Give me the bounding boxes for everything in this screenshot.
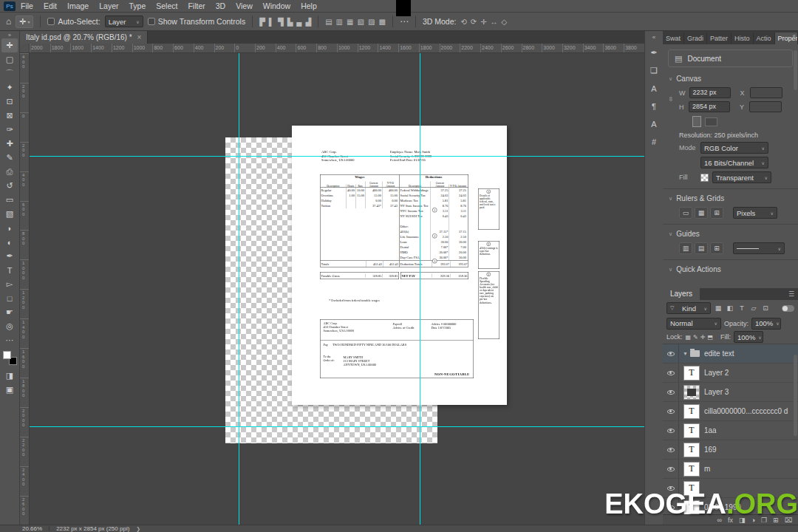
menu-layer[interactable]: Layer: [94, 0, 123, 12]
horizontal-guide-1[interactable]: [30, 156, 644, 157]
portrait-orientation-button[interactable]: [692, 116, 701, 127]
bit-depth-dropdown[interactable]: 16 Bits/Channel∨: [700, 157, 768, 168]
visibility-toggle[interactable]: [663, 344, 679, 363]
edit-toolbar-icon[interactable]: ⋯: [1, 333, 18, 347]
layer-thumbnail[interactable]: T: [683, 462, 700, 477]
move-tool-preset[interactable]: ✛ ▾: [16, 16, 33, 28]
layer-row[interactable]: Layer 3: [663, 383, 798, 402]
visibility-toggle[interactable]: [663, 402, 679, 420]
history-brush-tool[interactable]: ↺: [1, 179, 18, 193]
tab-actio[interactable]: Actio: [754, 33, 775, 44]
eyedropper-tool[interactable]: ✑: [1, 123, 18, 137]
panel-menu-icon[interactable]: ☰: [788, 290, 798, 298]
menu-filter[interactable]: Filter: [183, 0, 210, 12]
layer-thumbnail[interactable]: T: [683, 404, 700, 419]
auto-select-checkbox[interactable]: Auto-Select:: [47, 17, 100, 26]
color-swatches[interactable]: [3, 351, 17, 365]
3d-slide-icon[interactable]: ↔: [491, 18, 498, 26]
shape-tool[interactable]: □: [1, 291, 18, 305]
fill-dropdown[interactable]: Transparent∨: [712, 171, 771, 183]
document-tab[interactable]: Italy id.psd @ 20.7% (RGB/16) * ×: [20, 31, 148, 44]
foreground-color-swatch[interactable]: [3, 351, 11, 359]
vertical-guide-1[interactable]: [239, 53, 239, 525]
align-bottom-icon[interactable]: ▟: [305, 18, 311, 26]
layer-row[interactable]: TLayer 2: [663, 364, 798, 383]
3d-scale-icon[interactable]: ◇: [502, 18, 508, 26]
zoom-level[interactable]: 20.66%: [22, 525, 42, 532]
dodge-tool[interactable]: ◐: [1, 235, 18, 249]
blur-tool[interactable]: ◗: [1, 221, 18, 235]
show-transform-checkbox[interactable]: Show Transform Controls: [148, 17, 245, 26]
tab-patter[interactable]: Patter: [707, 33, 732, 44]
grid-settings-icon[interactable]: ⊞: [710, 207, 723, 219]
toolbar-collapse-icon[interactable]: »: [8, 33, 11, 38]
align-middle-icon[interactable]: ▄: [296, 18, 301, 26]
clear-guides-icon[interactable]: ⊞: [710, 242, 723, 254]
distribute-vertical-icon[interactable]: ▤: [325, 18, 332, 26]
menu-file[interactable]: File: [16, 0, 38, 12]
marquee-tool[interactable]: ▢: [1, 52, 18, 66]
vertical-guide-2[interactable]: [420, 53, 420, 525]
distribute-right-icon[interactable]: ▩: [378, 18, 385, 26]
lock-position-icon[interactable]: ✛: [700, 334, 706, 341]
guide-layout-icon[interactable]: ▤: [695, 242, 708, 254]
grid-toggle-icon[interactable]: ▦: [695, 207, 708, 219]
layer-thumbnail[interactable]: T: [683, 443, 700, 457]
distribute-left-icon[interactable]: ▧: [358, 18, 364, 26]
menu-window[interactable]: Window: [258, 0, 296, 12]
3d-roll-icon[interactable]: ⟳: [471, 18, 477, 26]
color-mode-dropdown[interactable]: RGB Color∨: [700, 142, 768, 154]
align-center-horizontal-icon[interactable]: ▌: [269, 18, 274, 26]
visibility-toggle[interactable]: [663, 364, 679, 382]
layer-row[interactable]: ▼edite text: [663, 344, 798, 364]
align-right-icon[interactable]: ▜: [278, 18, 284, 26]
path-selection-tool[interactable]: ▻: [1, 277, 18, 291]
status-chevron-icon[interactable]: ❯: [136, 526, 140, 532]
photoshop-app-icon[interactable]: Ps: [4, 1, 16, 11]
section-guides[interactable]: ∨ Guides: [663, 225, 798, 241]
lock-all-icon[interactable]: ⬒: [707, 334, 713, 341]
filter-adjustment-layers-icon[interactable]: ◧: [725, 304, 735, 312]
tab-gradi[interactable]: Gradi: [684, 33, 707, 44]
width-field[interactable]: 2232 px: [689, 87, 731, 98]
quick-selection-tool[interactable]: ✦: [1, 81, 18, 95]
frame-tool[interactable]: ⊠: [1, 109, 18, 123]
collapse-panels-icon[interactable]: «: [793, 33, 796, 39]
distribute-center-icon[interactable]: ▨: [368, 18, 375, 26]
close-tab-icon[interactable]: ×: [137, 33, 142, 41]
brush-tool[interactable]: ✎: [1, 151, 18, 165]
filter-smart-objects-icon[interactable]: ⊡: [760, 304, 771, 312]
horizontal-guide-2[interactable]: [30, 426, 644, 427]
horizontal-ruler[interactable]: 2000180016001400120010008006004002000200…: [30, 44, 644, 53]
healing-brush-tool[interactable]: ✚: [1, 137, 18, 151]
zoom-tool[interactable]: ◎: [1, 319, 18, 333]
lock-transparent-pixels-icon[interactable]: ▦: [686, 334, 692, 341]
lasso-tool[interactable]: ⌒: [1, 66, 18, 81]
canvas-viewport[interactable]: ABC Corp.450 Chamber StreetSomewhere, US…: [30, 53, 644, 525]
link-dimensions-icon[interactable]: ∞: [667, 97, 675, 101]
tab-swat[interactable]: Swat: [663, 33, 684, 44]
quick-mask-icon[interactable]: ◨: [1, 369, 18, 383]
units-dropdown[interactable]: Pixels∨: [733, 207, 777, 219]
new-guide-icon[interactable]: ▥: [679, 242, 692, 254]
opacity-field[interactable]: 100%∨: [751, 318, 781, 330]
section-canvas[interactable]: ∨ Canvas: [663, 69, 798, 86]
glyphs-panel-icon[interactable]: #: [647, 134, 661, 149]
auto-select-target-dropdown[interactable]: Layer∨: [105, 16, 143, 27]
visibility-toggle[interactable]: [663, 440, 679, 459]
align-top-icon[interactable]: ▙: [287, 18, 293, 26]
landscape-orientation-button[interactable]: [705, 117, 717, 126]
lock-image-pixels-icon[interactable]: ✎: [693, 334, 698, 341]
section-rulers-grids[interactable]: ∨ Rulers & Grids: [663, 189, 798, 205]
align-left-icon[interactable]: ▛: [259, 18, 265, 26]
layer-row[interactable]: Tm: [663, 460, 798, 479]
screen-mode-icon[interactable]: ▣: [1, 383, 18, 397]
group-expand-icon[interactable]: ▼: [683, 351, 688, 356]
dock-expand-icon[interactable]: «: [652, 34, 655, 41]
clone-stamp-tool[interactable]: ⎙: [1, 165, 18, 179]
menu-3d[interactable]: 3D: [211, 0, 231, 12]
menu-help[interactable]: Help: [296, 0, 322, 12]
guide-style-dropdown[interactable]: ∨: [733, 242, 785, 254]
libraries-panel-icon[interactable]: ❏: [647, 64, 661, 78]
type-tool[interactable]: T: [1, 263, 18, 277]
